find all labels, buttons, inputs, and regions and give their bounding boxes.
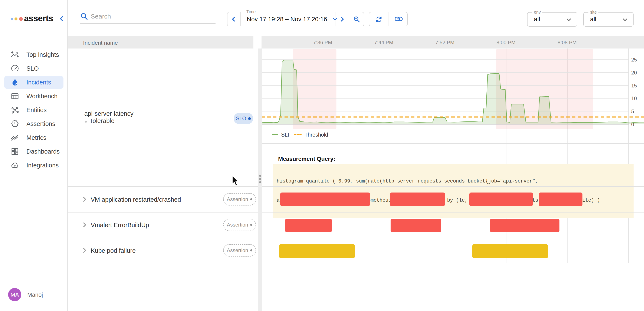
sidebar-item-label: Integrations [26,162,59,169]
timeline-bar-warning[interactable] [472,244,548,258]
timeline-bar-critical[interactable] [469,193,533,206]
chevron-down-icon[interactable] [332,16,338,22]
threshold-line-sample-icon [294,134,302,135]
chart-legend: SLI Threshold [272,131,328,138]
time-tick-label: 7:36 PM [313,39,332,45]
sidebar-item-label: Metrics [26,134,46,141]
measurement-query-code: histogram_quantile ( 0.99, sum(rate(http… [273,164,634,218]
timeline-bar-critical[interactable] [285,219,332,232]
sidebar-item-label: SLO [26,65,39,72]
incident-name: VM application restarted/crashed [91,196,181,203]
cloud-plus-icon [10,161,20,170]
app-root: asserts Top insightsSLOIncidentsWorkbenc… [0,0,644,311]
sidebar-item-slo[interactable]: SLO [4,62,64,75]
flame-icon [10,78,20,87]
search-field[interactable] [80,10,216,24]
row-divider [262,186,644,187]
y-axis-label: 20 [631,70,637,75]
time-tick-label: 7:44 PM [374,39,393,45]
sidebar-item-entities[interactable]: Entities [4,104,64,116]
sidebar-item-integrations[interactable]: Integrations [4,159,64,172]
incident-name: Kube pod failure [91,247,136,254]
chevron-down-icon [622,17,628,23]
refresh-button[interactable] [369,12,388,26]
sidebar-item-workbench[interactable]: Workbench [4,90,64,102]
sidebar-item-label: Assertions [26,120,55,127]
sidebar-item-label: Incidents [26,79,51,86]
time-tick-label: 8:00 PM [496,39,515,45]
row-expand-chevron[interactable] [81,222,88,228]
dashboard-icon [10,147,20,156]
network-icon [10,105,20,115]
chart-section-divider [262,143,644,144]
time-tick-label: 7:52 PM [435,39,454,45]
timeline-bar-critical[interactable] [390,219,441,232]
chevron-right-icon [338,16,346,22]
topbar: Time Nov 17 19:28 – Nov 17 20:16 [68,0,644,36]
sidebar-item-label: Top insights [26,51,59,58]
row-divider [68,238,258,238]
time-zoom-out-button[interactable] [349,12,364,26]
time-range-value: Nov 17 19:28 – Nov 17 20:16 [247,16,327,23]
user-name: Manoj [27,292,43,298]
logo: asserts [0,12,68,24]
seal-exclaim-icon [10,119,20,128]
sidebar-item-label: Entities [26,107,47,114]
trend-sparkle-icon [10,50,20,59]
divider-grip[interactable] [259,175,261,183]
timeline-bar-critical[interactable] [390,193,445,206]
query-line-1: histogram_quantile ( 0.99, sum(rate(http… [277,178,630,184]
sidebar-item-incidents[interactable]: Incidents [4,76,64,89]
sidebar-item-label: Dashboards [26,148,60,155]
sli-line-sample-icon [272,134,278,135]
row-expand-chevron[interactable] [81,196,88,203]
severity-bullet-icon [85,121,87,123]
assertion-badge: Assertion [223,244,256,257]
row-divider [262,263,644,263]
sidebar-item-metrics[interactable]: Metrics [4,131,64,144]
table-icon [10,91,20,101]
copy-link-button[interactable] [388,12,407,26]
time-range-field[interactable]: Time Nov 17 19:28 – Nov 17 20:16 [241,12,335,26]
panel-divider[interactable] [258,48,262,311]
incident-name-header: Incident name [83,39,118,46]
time-tick-label: 8:08 PM [558,39,576,45]
timeline-bar-warning[interactable] [279,244,355,258]
mouse-cursor [232,175,241,188]
row-divider [262,238,644,238]
time-prev-button[interactable] [228,12,240,26]
double-trend-icon [10,133,20,142]
refresh-link-group [369,12,408,26]
sidebar: asserts Top insightsSLOIncidentsWorkbenc… [0,0,68,311]
y-axis-label: 15 [631,83,637,88]
timeline-bar-critical[interactable] [539,193,582,206]
user-row[interactable]: MA Manoj [0,288,68,303]
row-expand-chevron[interactable] [81,247,88,254]
collapse-sidebar-button[interactable] [58,15,66,22]
table-header-timeline: 7:36 PM7:44 PM7:52 PM8:00 PM8:08 PM [262,36,644,48]
timeline-bar-critical[interactable] [490,219,560,232]
link-icon [394,16,401,22]
brand-dots-icon [11,17,23,21]
search-input[interactable] [91,11,210,22]
sidebar-item-dashboards[interactable]: Dashboards [4,145,64,158]
y-axis-label: 5 [631,108,634,114]
measurement-query-title: Measurement Query: [278,156,336,162]
refresh-icon [375,16,382,22]
sidebar-item-label: Workbench [26,93,58,100]
row-divider [68,263,258,263]
sidebar-item-assertions[interactable]: Assertions [4,117,64,130]
table-header-left: Incident name [68,36,254,48]
slo-badge: SLO [234,113,253,124]
env-select-value: all [534,16,540,23]
sidebar-nav: Top insightsSLOIncidentsWorkbenchEntitie… [0,47,68,173]
env-select[interactable]: env all [527,12,577,26]
timeline-bar-critical[interactable] [280,193,370,206]
time-field-label: Time [245,9,258,14]
user-avatar[interactable]: MA [8,288,21,301]
speedometer-icon [10,64,20,73]
sidebar-item-top-insights[interactable]: Top insights [4,48,64,61]
chevron-left-icon [230,16,237,22]
incident-name: api-server-latency [84,110,133,117]
site-select[interactable]: site all [583,12,634,26]
